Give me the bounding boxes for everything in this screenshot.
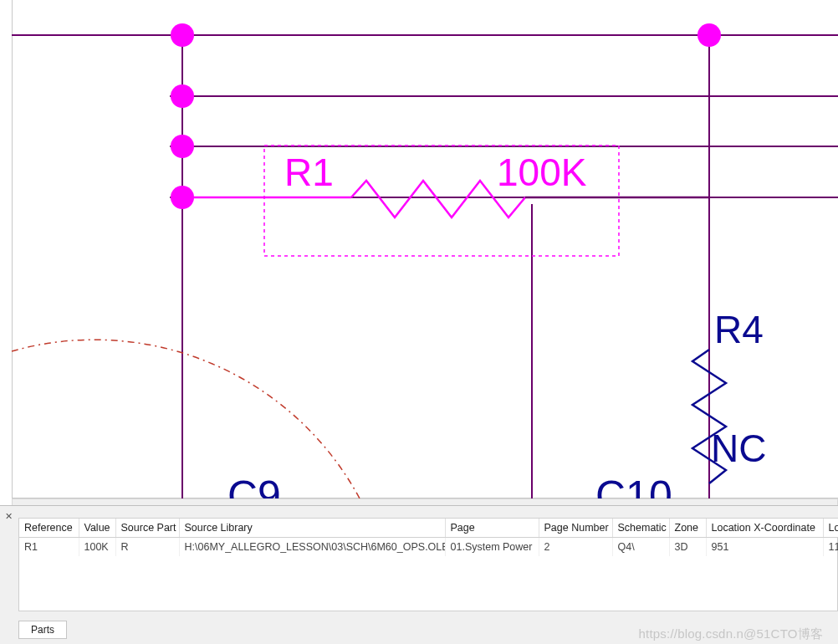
cell: 100K (79, 538, 115, 557)
column-header[interactable]: Lo (823, 519, 838, 538)
find-window-panel: ✕ Find Window ReferenceValueSource PartS… (0, 505, 838, 644)
column-header[interactable]: Source Part (115, 519, 179, 538)
svg-text:100K: 100K (497, 151, 587, 194)
find-results-grid[interactable]: ReferenceValueSource PartSource LibraryP… (18, 518, 838, 611)
column-header[interactable]: Value (79, 519, 115, 538)
column-header[interactable]: Source Library (179, 519, 445, 538)
svg-point-8 (171, 84, 194, 108)
cell: Q4\ (612, 538, 669, 557)
column-header[interactable]: Location X-Coordinate (706, 519, 823, 538)
table-row[interactable]: R1100KRH:\06MY_ALLEGRO_LESSON\03\SCH\6M6… (19, 538, 838, 557)
column-header[interactable]: Page (445, 519, 539, 538)
column-header[interactable]: Zone (669, 519, 706, 538)
column-header[interactable]: Reference (19, 519, 79, 538)
watermark-text: https://blog.csdn.n@51CTO博客 (639, 626, 823, 642)
svg-point-11 (697, 23, 721, 47)
cell: 01.System Power (445, 538, 539, 557)
schematic-canvas[interactable]: R1 100K R4 NC C9 C10 (0, 0, 838, 498)
svg-text:NC: NC (711, 427, 766, 470)
svg-text:R4: R4 (714, 308, 764, 351)
cell: 3D (669, 538, 706, 557)
tab-parts[interactable]: Parts (18, 621, 67, 639)
column-header[interactable]: Page Number (539, 519, 612, 538)
svg-point-9 (171, 135, 194, 158)
svg-text:R1: R1 (284, 151, 334, 194)
svg-text:C10: C10 (595, 473, 672, 498)
close-icon[interactable]: ✕ (5, 511, 13, 522)
cell: H:\06MY_ALLEGRO_LESSON\03\SCH\6M60_OPS.O… (179, 538, 445, 557)
cell: 951 (706, 538, 823, 557)
cell: 2 (539, 538, 612, 557)
cell: 11 (823, 538, 838, 557)
column-header[interactable]: Schematic (612, 519, 669, 538)
svg-text:C9: C9 (227, 473, 281, 498)
cell: R1 (19, 538, 79, 557)
cell: R (115, 538, 179, 557)
schematic-svg: R1 100K R4 NC C9 C10 (0, 0, 838, 498)
svg-point-7 (171, 23, 194, 47)
